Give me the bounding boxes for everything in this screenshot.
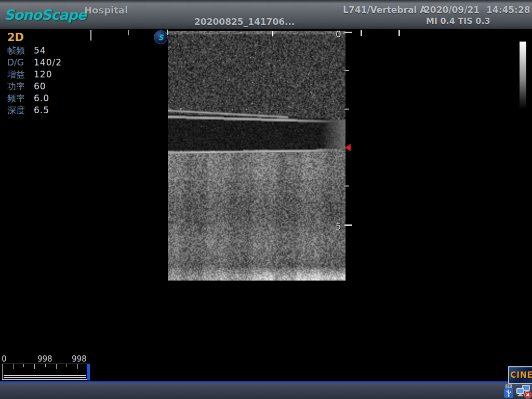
- width-ruler-tick-icon: [361, 30, 362, 36]
- hospital-name: Hospital: [84, 5, 128, 16]
- param-label: 增益: [7, 69, 34, 81]
- orientation-marker-letter: S: [158, 33, 163, 42]
- depth-ruler-tick-icon: [344, 109, 349, 110]
- orientation-marker: S: [154, 30, 168, 44]
- params-panel: 帧频54 D/G140/2 增益120 功率60 频率6.0 深度6.5: [7, 45, 62, 116]
- depth-ruler-tick-icon: [344, 70, 349, 71]
- cine-total-frames: 998: [72, 354, 87, 364]
- depth-ruler-major-tick-icon: [344, 32, 352, 33]
- param-value: 120: [34, 69, 52, 81]
- ultrasound-screen: { "header": { "brand": "SonoScape", "hos…: [0, 0, 532, 399]
- network-disconnected-icon[interactable]: [515, 384, 532, 399]
- clock: 14:45:28: [486, 5, 530, 15]
- param-row: D/G140/2: [7, 57, 62, 69]
- cine-button[interactable]: CINE: [508, 366, 532, 384]
- probe-preset: L741/Vertebral A: [343, 5, 427, 15]
- focus-marker-icon[interactable]: [345, 144, 351, 151]
- param-label: 频率: [7, 92, 34, 104]
- exam-id: 20200825_141706...: [194, 17, 295, 27]
- exam-date: 2020/09/21: [424, 5, 480, 15]
- param-row: 增益120: [7, 69, 62, 81]
- cine-button-label: CINE: [510, 370, 532, 380]
- param-row: 深度6.5: [7, 104, 62, 116]
- ultrasound-image: [168, 31, 345, 281]
- width-ruler-tick-icon: [272, 31, 273, 36]
- taskbar: [0, 383, 532, 399]
- cine-current-frame: 998: [37, 354, 52, 364]
- param-label: D/G: [7, 57, 34, 69]
- header-bar: SonoScape Hospital 20200825_141706... L7…: [0, 0, 532, 29]
- param-value: 6.5: [34, 104, 49, 116]
- usb-icon[interactable]: [502, 384, 515, 399]
- width-ruler-tick-icon: [398, 30, 400, 36]
- depth-label-top: 0: [336, 29, 341, 39]
- acoustic-output-readout: MI 0.4 TIS 0.3: [426, 16, 490, 26]
- param-value: 140/2: [34, 57, 62, 69]
- width-ruler-tick-icon: [128, 30, 129, 35]
- param-value: 54: [34, 45, 46, 57]
- param-row: 帧频54: [7, 45, 62, 57]
- depth-ruler-tick-icon: [344, 185, 349, 187]
- param-value: 60: [34, 81, 46, 92]
- param-label: 深度: [7, 104, 34, 116]
- param-row: 功率60: [7, 81, 62, 92]
- depth-ruler-major-tick-icon: [344, 224, 352, 226]
- mode-label: 2D: [7, 31, 24, 44]
- grayscale-bar: [520, 42, 526, 109]
- cine-scrubber[interactable]: [2, 364, 88, 380]
- param-row: 频率6.0: [7, 92, 62, 104]
- param-label: 功率: [7, 81, 34, 92]
- cine-start-frame: 0: [2, 354, 7, 364]
- width-ruler-major-tick-icon: [90, 30, 91, 41]
- brand-logo: SonoScape: [4, 7, 86, 23]
- cine-position-indicator[interactable]: [87, 364, 90, 380]
- param-value: 6.0: [34, 92, 49, 104]
- param-label: 帧频: [7, 45, 34, 57]
- depth-label-bottom: 5: [336, 221, 341, 232]
